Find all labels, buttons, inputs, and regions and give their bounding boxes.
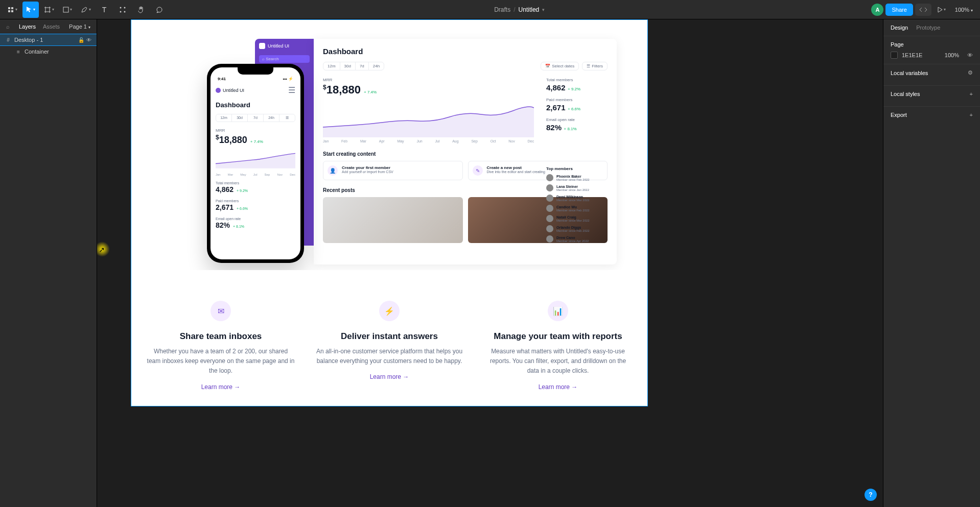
stat-paid-members: Paid members2,671 + 6.6% — [546, 98, 608, 112]
feature-reports: 📊 Manage your team with reports Measure … — [484, 301, 632, 391]
visibility-icon[interactable]: 👁 — [967, 52, 973, 58]
select-dates-button[interactable]: 📅 Select dates — [541, 62, 579, 70]
phone-stat-total: Total members4,862+ 9.2% — [216, 181, 295, 194]
seg-30d[interactable]: 30d — [340, 62, 356, 70]
feature-title: Manage your team with reports — [484, 331, 632, 342]
color-opacity[interactable]: 100% — [945, 52, 959, 58]
canvas[interactable]: Untitled UI ⌕ Search Dashboard 12m 30d 7… — [97, 19, 883, 507]
cursor-highlight — [97, 242, 110, 257]
resources-tool[interactable] — [114, 2, 131, 18]
toolbar: ▾ ▾ ▾ ▾ ▾ T Drafts / Untitled ▾ A Share … — [0, 0, 980, 19]
visibility-icon[interactable]: 👁 — [86, 37, 91, 43]
svg-point-3 — [120, 11, 122, 12]
unlock-icon[interactable]: 🔓 — [78, 37, 84, 43]
tab-layers[interactable]: Layers — [19, 23, 36, 30]
design-frame[interactable]: Untitled UI ⌕ Search Dashboard 12m 30d 7… — [131, 19, 648, 406]
phone-mrr-metric: MRR $18,880+ 7.4% — [216, 128, 295, 146]
phone-dashboard-title: Dashboard — [216, 101, 295, 109]
feature-answers: ⚡ Deliver instant answers An all-in-one … — [315, 301, 463, 391]
mrr-chart — [323, 102, 534, 137]
breadcrumb-parent: Drafts — [494, 6, 510, 13]
recent-post-image[interactable] — [323, 197, 463, 243]
svg-rect-0 — [63, 7, 68, 12]
feature-desc: Measure what matters with Untitled's eas… — [484, 347, 632, 376]
layer-label: Desktop - 1 — [14, 37, 43, 43]
feature-desc: Whether you have a team of 2 or 200, our… — [147, 347, 295, 376]
feature-inboxes: ✉ Share team inboxes Whether you have a … — [147, 301, 295, 391]
seg-24h[interactable]: 24h — [369, 62, 384, 70]
phone-chart-labels: JanMarMayJulSepNovDec — [216, 173, 295, 176]
member-row[interactable]: Natali CraigMember since Mar 2022 — [546, 215, 608, 222]
share-button[interactable]: Share — [885, 4, 913, 16]
phone-notch — [238, 67, 273, 75]
tab-design[interactable]: Design — [891, 25, 908, 31]
color-hex[interactable]: 1E1E1E — [902, 52, 922, 58]
present-button[interactable]: ▾ — [934, 2, 950, 18]
filter-icon[interactable]: ☰ — [279, 114, 295, 122]
shape-tool[interactable]: ▾ — [59, 2, 76, 18]
learn-more-link[interactable]: Learn more → — [484, 383, 632, 391]
breadcrumb-separator: / — [514, 6, 515, 13]
color-swatch[interactable] — [891, 52, 898, 59]
time-segment: 12m 30d 7d 24h — [323, 62, 384, 70]
mrr-value: $18,880+ 7.4% — [323, 83, 534, 96]
filters-button[interactable]: ☰ Filters — [582, 62, 608, 70]
breadcrumb-current: Untitled — [519, 6, 540, 13]
member-row[interactable]: Phoenix BakerMember since Feb 2022 — [546, 174, 608, 181]
right-panel: Design Prototype Page 1E1E1E 100% 👁 Loca… — [883, 19, 980, 507]
local-styles-label: Local styles — [891, 91, 920, 97]
text-tool[interactable]: T — [96, 2, 112, 18]
stat-total-members: Total members4,862 + 9.2% — [546, 78, 608, 92]
breadcrumb[interactable]: Drafts / Untitled ▾ — [494, 6, 545, 13]
member-row[interactable]: Demi WilkinsonMember since Mar 2022 — [546, 195, 608, 202]
autolayout-icon: ≡ — [15, 49, 21, 55]
avatar[interactable]: A — [871, 4, 883, 16]
frame-tool[interactable]: ▾ — [41, 2, 57, 18]
mail-icon: ✉ — [211, 301, 231, 321]
tab-prototype[interactable]: Prototype — [916, 25, 940, 31]
member-row[interactable]: Candice WuMember since Feb 2022 — [546, 205, 608, 212]
help-button[interactable]: ? — [865, 489, 877, 501]
page-section-label: Page — [891, 41, 904, 47]
member-row[interactable]: Orlando DiggsMember since Feb 2022 — [546, 225, 608, 232]
comment-tool[interactable] — [151, 2, 168, 18]
chevron-down-icon[interactable]: ▾ — [542, 7, 545, 12]
search-icon[interactable]: ⌕ — [6, 23, 10, 30]
layer-label: Container — [25, 49, 49, 55]
member-row[interactable]: Drew CanoMember since Apr 2022 — [546, 235, 608, 243]
zoom-dropdown[interactable]: 100% ▾ — [952, 7, 976, 13]
phone-stat-paid: Paid members2,671+ 6.6% — [216, 199, 295, 212]
dashboard-title: Dashboard — [323, 47, 608, 56]
dev-mode-button[interactable] — [915, 4, 931, 16]
frame-icon: # — [5, 37, 11, 43]
bar-chart-icon: 📊 — [548, 301, 568, 321]
page-selector[interactable]: Page 1 ▾ — [69, 23, 90, 30]
layer-row-container[interactable]: ≡ Container — [0, 46, 97, 57]
search-input-mockup: ⌕ Search — [259, 55, 310, 63]
add-icon[interactable]: + — [970, 112, 973, 118]
seg-7d[interactable]: 7d — [356, 62, 369, 70]
hamburger-icon[interactable]: ☰ — [288, 85, 295, 95]
add-icon[interactable]: + — [970, 91, 973, 97]
stat-open-rate: Email open rate82% + 8.1% — [546, 117, 608, 132]
feature-title: Share team inboxes — [147, 331, 295, 342]
main-menu-button[interactable]: ▾ — [4, 2, 20, 18]
phone-mockup: 9:41••• ⚡ Untitled UI☰ Dashboard 12m 30d… — [207, 64, 304, 263]
hand-tool[interactable] — [133, 2, 149, 18]
create-member-card[interactable]: 👤Create your first memberAdd yourself or… — [323, 161, 463, 180]
move-tool[interactable]: ▾ — [22, 2, 39, 18]
learn-more-link[interactable]: Learn more → — [315, 373, 463, 380]
page-background-row[interactable]: 1E1E1E 100% 👁 — [891, 52, 973, 59]
left-panel: ⌕ Layers Assets Page 1 ▾ # Desktop - 1 🔓… — [0, 19, 97, 507]
seg-12m[interactable]: 12m — [323, 62, 340, 70]
tab-assets[interactable]: Assets — [43, 23, 60, 30]
phone-stat-open: Email open rate82%+ 8.1% — [216, 217, 295, 230]
member-row[interactable]: Lana SteinerMember since Jan 2022 — [546, 184, 608, 191]
settings-icon[interactable]: ⚙ — [968, 69, 973, 76]
pen-tool[interactable]: ▾ — [78, 2, 94, 18]
layer-row-frame[interactable]: # Desktop - 1 🔓👁 — [0, 34, 97, 46]
local-variables-label: Local variables — [891, 70, 928, 76]
top-members-section: Top members Phoenix BakerMember since Fe… — [546, 166, 608, 246]
start-creating-heading: Start creating content — [323, 151, 608, 157]
learn-more-link[interactable]: Learn more → — [147, 383, 295, 391]
